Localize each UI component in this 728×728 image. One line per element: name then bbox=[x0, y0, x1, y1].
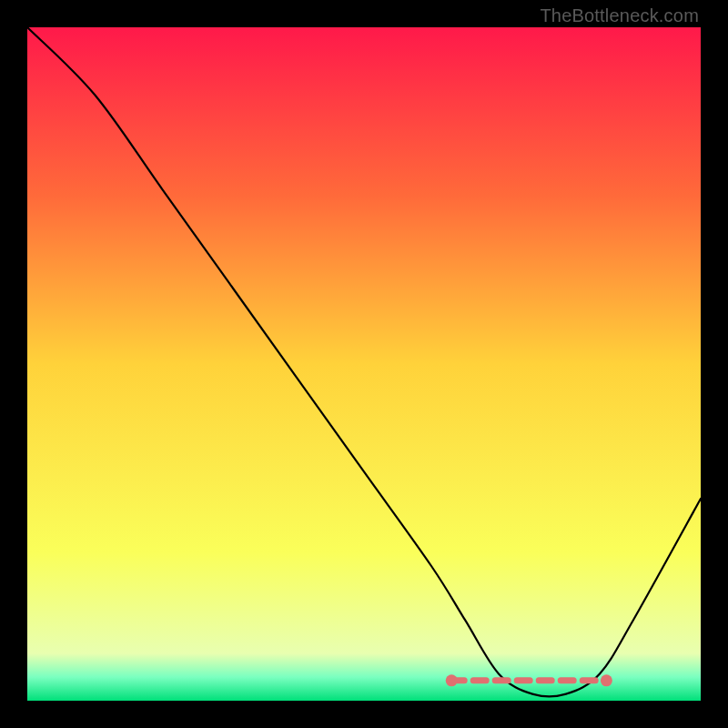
svg-point-2 bbox=[446, 674, 458, 686]
bottleneck-curve bbox=[27, 27, 701, 696]
plot-area bbox=[27, 27, 701, 701]
chart-frame: TheBottleneck.com bbox=[0, 0, 728, 728]
svg-point-3 bbox=[601, 674, 612, 686]
watermark-text: TheBottleneck.com bbox=[540, 5, 699, 26]
chart-svg bbox=[27, 27, 701, 701]
